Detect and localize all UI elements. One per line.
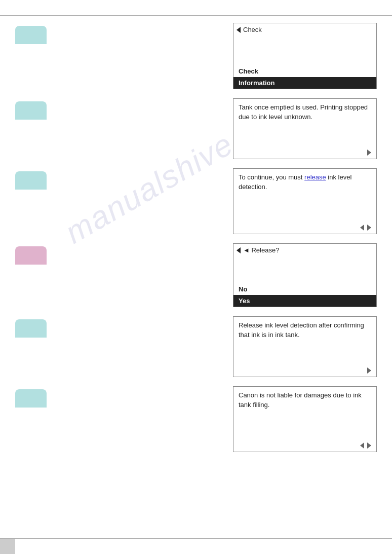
- tab-area-5: [15, 316, 233, 377]
- panel-6: Canon is not liable for damages due to i…: [233, 386, 377, 452]
- row-2: Tank once emptied is used. Printing stop…: [0, 98, 392, 159]
- arrow-right-icon-2[interactable]: [367, 150, 371, 156]
- tab-area-2: [15, 98, 233, 159]
- triangle-left-icon-4: [237, 247, 241, 253]
- panel-1-footer-check: Check: [233, 65, 376, 77]
- panel-area-5: Release ink level detection after confir…: [233, 316, 377, 377]
- row-6: Canon is not liable for damages due to i…: [0, 386, 392, 452]
- arrow-right-icon-3[interactable]: [367, 225, 371, 231]
- panel-1-title: Check: [243, 26, 262, 33]
- panel-area-6: Canon is not liable for damages due to i…: [233, 386, 377, 452]
- tab-area-3: [15, 168, 233, 229]
- row-3: To continue, you must release ink level …: [0, 168, 392, 234]
- panel-2: Tank once emptied is used. Printing stop…: [233, 98, 377, 159]
- row-5: Release ink level detection after confir…: [0, 316, 392, 377]
- arrow-right-icon-5[interactable]: [367, 367, 371, 374]
- row-1: Check Check Information: [0, 23, 392, 89]
- page-border-bottom: [0, 538, 392, 539]
- tab-area-6: [15, 386, 233, 447]
- panel-1-body: [233, 35, 376, 65]
- tab-3: [15, 171, 47, 190]
- triangle-left-icon-1: [237, 27, 241, 33]
- arrow-right-icon-6[interactable]: [367, 442, 371, 449]
- panel-5-nav: [233, 365, 376, 377]
- panel-4-body: [233, 255, 376, 283]
- panel-4-footer-no: No: [233, 283, 376, 295]
- panel-6-body: Canon is not liable for damages due to i…: [233, 387, 376, 440]
- panel-4-footer-yes: Yes: [233, 295, 376, 307]
- panel-5: Release ink level detection after confir…: [233, 316, 377, 377]
- panel-area-3: To continue, you must release ink level …: [233, 168, 377, 234]
- panel-1-footer-information: Information: [233, 77, 376, 89]
- tab-4: [15, 246, 47, 265]
- panel-6-nav: [233, 440, 376, 452]
- panel-2-body: Tank once emptied is used. Printing stop…: [233, 99, 376, 147]
- panel-4-header: ◄ Release?: [233, 244, 376, 255]
- panel-3: To continue, you must release ink level …: [233, 168, 377, 234]
- panel-3-body: To continue, you must release ink level …: [233, 169, 376, 223]
- panel-3-nav: [233, 223, 376, 234]
- row-4: ◄ Release? No Yes: [0, 243, 392, 307]
- panel-1-header: Check: [233, 23, 376, 35]
- panel-5-body: Release ink level detection after confir…: [233, 317, 376, 365]
- tab-2: [15, 101, 47, 120]
- tab-1: [15, 26, 47, 44]
- panel-2-nav: [233, 147, 376, 159]
- panel-area-4: ◄ Release? No Yes: [233, 243, 377, 307]
- arrow-left-icon-6[interactable]: [360, 442, 364, 449]
- release-link[interactable]: release: [304, 173, 326, 181]
- arrow-left-icon-3[interactable]: [360, 225, 364, 231]
- panel-4-title: ◄ Release?: [243, 246, 279, 254]
- tab-5: [15, 319, 47, 338]
- panel-area-1: Check Check Information: [233, 23, 377, 89]
- page-content: Check Check Information Tank once emptie…: [0, 0, 392, 487]
- panel-4: ◄ Release? No Yes: [233, 243, 377, 307]
- tab-area-1: [15, 23, 233, 84]
- panel-1: Check Check Information: [233, 23, 377, 89]
- tab-area-4: [15, 243, 233, 304]
- panel-area-2: Tank once emptied is used. Printing stop…: [233, 98, 377, 159]
- tab-6: [15, 389, 47, 408]
- bottom-gray-block: [0, 539, 15, 554]
